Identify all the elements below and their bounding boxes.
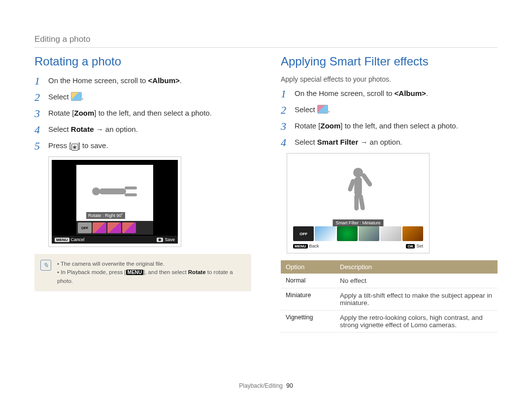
photo-edit-icon [317,105,328,114]
table-row: Normal No effect [281,274,498,288]
table-row: Miniature Apply a tilt-shift effect to m… [281,288,498,310]
camera-screen: Rotate : Right 90˚ OFF MENUCancel ❀Save [52,160,178,244]
step-number: 3 [281,119,292,134]
step-1: 1 On the Home screen, scroll to <Album>. [34,75,251,86]
step-text: Press [ [48,141,71,150]
svg-rect-2 [125,186,137,189]
step-text-tail: ] to save. [78,141,108,150]
camera-screen: Smart Filter : Miniature OFF MENUBack OK… [290,156,426,250]
ok-button-icon: OK [406,244,415,248]
step-text: Select [295,105,317,114]
filter-option-thumb [402,226,423,241]
option-name: Vignetting [281,310,335,333]
filter-thumb-strip: OFF [293,226,423,241]
save-label: Save [165,237,175,242]
note-text: In Playback mode, press [ [61,269,126,275]
left-column: Rotating a photo 1 On the Home screen, s… [34,55,251,333]
note-item: In Playback mode, press [MENU], and then… [57,268,244,285]
zoom-keyword: Zoom [321,122,341,130]
filter-option-thumb [315,226,335,241]
step-3: 3 Rotate [Zoom] to the left, and then se… [281,121,498,131]
note-list: The camera will overwrite the original f… [57,260,244,285]
set-hint: OKSet [406,244,423,248]
step-text-tail: . [180,76,182,85]
right-column: Applying Smart Filter effects Apply spec… [281,55,498,333]
rotate-option-thumb [122,222,136,233]
col-header-description: Description [335,260,498,274]
manual-page: Editing a photo Rotating a photo 1 On th… [0,0,532,401]
album-keyword: <Album> [395,89,426,97]
table-row: Vignetting Apply the retro-looking color… [281,310,498,333]
option-desc: Apply the retro-looking colors, high con… [335,310,498,333]
step-number: 1 [281,87,292,102]
rotate-thumb-strip: OFF [76,221,153,235]
svg-rect-3 [125,193,137,196]
rotate-option-thumb [107,222,121,233]
step-text: On the Home screen, scroll to [48,76,148,85]
step-4: 4 Select Smart Filter → an option. [281,137,498,147]
smart-filter-steps: 1 On the Home screen, scroll to <Album>.… [281,88,498,147]
step-text-tail: → an option. [94,125,138,133]
rotate-keyword: Rotate [71,125,94,133]
menu-button-icon: MENU [55,238,69,242]
step-1: 1 On the Home screen, scroll to <Album>. [281,88,498,98]
rotate-screenshot: Rotate : Right 90˚ OFF MENUCancel ❀Save [48,156,181,247]
step-text-tail: . [82,93,84,101]
note-box: ✎ The camera will overwrite the original… [34,254,251,291]
save-hint: ❀Save [157,237,175,242]
back-hint: MENUBack [293,244,319,248]
step-text-tail: ] to the left, and then select a photo. [94,109,212,117]
note-icon: ✎ [40,260,51,271]
step-text-tail: . [328,105,330,114]
camera-footer-bar: MENUCancel ❀Save [52,236,178,244]
step-text-tail: ] to the left, and then select a photo. [340,122,458,130]
filter-options-table: Option Description Normal No effect Mini… [281,260,498,333]
page-number: 90 [286,382,293,389]
step-text: Select [295,138,317,146]
step-2: 2 Select . [34,92,251,102]
note-item: The camera will overwrite the original f… [57,260,244,268]
step-text: On the Home screen, scroll to [295,89,395,97]
option-name: Normal [281,274,335,288]
menu-button-icon: MENU [293,244,308,248]
rotating-steps: 1 On the Home screen, scroll to <Album>.… [34,75,251,151]
filter-option-thumb [337,226,358,241]
step-text: Select [48,93,71,101]
set-label: Set [416,244,423,248]
step-number: 4 [34,123,45,138]
step-number: 1 [34,74,45,89]
svg-rect-9 [358,194,365,211]
cancel-hint: MENUCancel [55,237,85,242]
heading-smart-filter: Applying Smart Filter effects [281,55,498,68]
rotate-option-thumb [93,222,106,233]
step-text: Rotate [ [295,122,321,130]
breadcrumb: Editing a photo [34,34,498,48]
svg-rect-6 [361,172,373,187]
smart-filter-keyword: Smart Filter [317,138,358,146]
step-number: 3 [34,106,45,122]
step-number: 5 [34,139,45,154]
svg-point-4 [353,168,363,178]
option-desc: Apply a tilt-shift effect to make the su… [335,288,498,310]
footer-section: Playback/Editing [239,382,283,389]
rotate-keyword: Rotate [188,269,206,275]
camera-footer-bar: MENUBack OKSet [290,242,426,250]
filter-option-thumb [359,226,379,241]
svg-point-0 [92,187,100,195]
step-text-tail: → an option. [358,138,402,146]
menu-button-icon: MENU [126,270,143,275]
option-desc: No effect [335,274,498,288]
smart-filter-option-label: Smart Filter : Miniature [332,219,383,226]
macro-button-icon: ❀ [71,144,78,151]
rotate-option-label: Rotate : Right 90˚ [86,212,125,219]
step-text-tail: . [426,89,428,97]
zoom-keyword: Zoom [74,109,95,117]
svg-rect-5 [354,177,362,196]
heading-rotating: Rotating a photo [34,55,251,68]
cancel-label: Cancel [71,237,85,242]
col-header-option: Option [281,260,335,274]
two-column-layout: Rotating a photo 1 On the Home screen, s… [34,55,498,333]
rotate-option-off: OFF [78,222,92,233]
svg-rect-1 [99,188,126,194]
filter-option-off: OFF [293,226,314,241]
